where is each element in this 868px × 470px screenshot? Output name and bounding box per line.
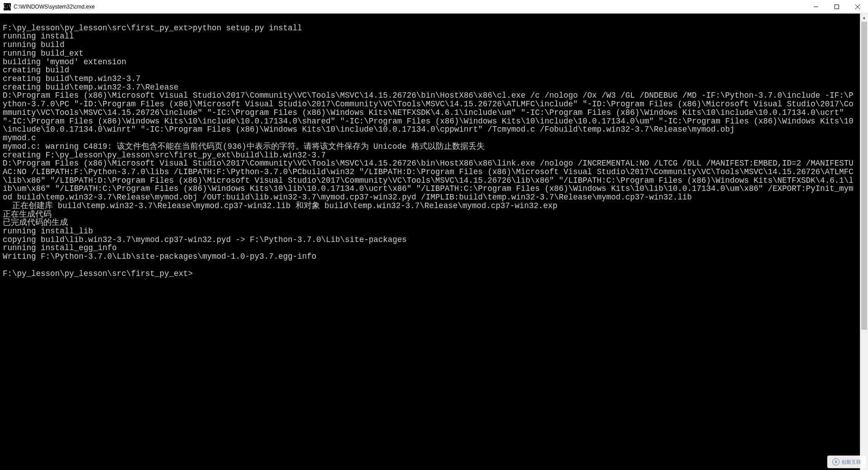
watermark-icon: X [832,458,839,465]
vertical-scrollbar[interactable]: ▲ ▼ [860,14,868,470]
scroll-track[interactable] [860,22,868,462]
terminal-area: F:\py_lesson\py_lesson\src\first_py_ext>… [0,14,868,470]
close-icon [855,5,860,9]
scroll-up-arrow-icon[interactable]: ▲ [860,14,868,22]
cmd-icon: C:\ [4,3,11,10]
window-controls [806,0,868,13]
watermark-text: 创新互联 [841,459,861,465]
minimize-icon [814,5,818,9]
close-button[interactable] [847,0,868,13]
window-title: C:\WINDOWS\system32\cmd.exe [14,4,806,10]
minimize-button[interactable] [806,0,826,13]
maximize-icon [835,5,839,9]
terminal-output[interactable]: F:\py_lesson\py_lesson\src\first_py_ext>… [0,14,860,470]
window-titlebar: C:\ C:\WINDOWS\system32\cmd.exe [0,0,868,14]
maximize-button[interactable] [826,0,847,13]
watermark-badge: X 创新互联 [827,456,866,468]
svg-rect-1 [835,5,839,9]
scroll-thumb[interactable] [861,22,867,330]
